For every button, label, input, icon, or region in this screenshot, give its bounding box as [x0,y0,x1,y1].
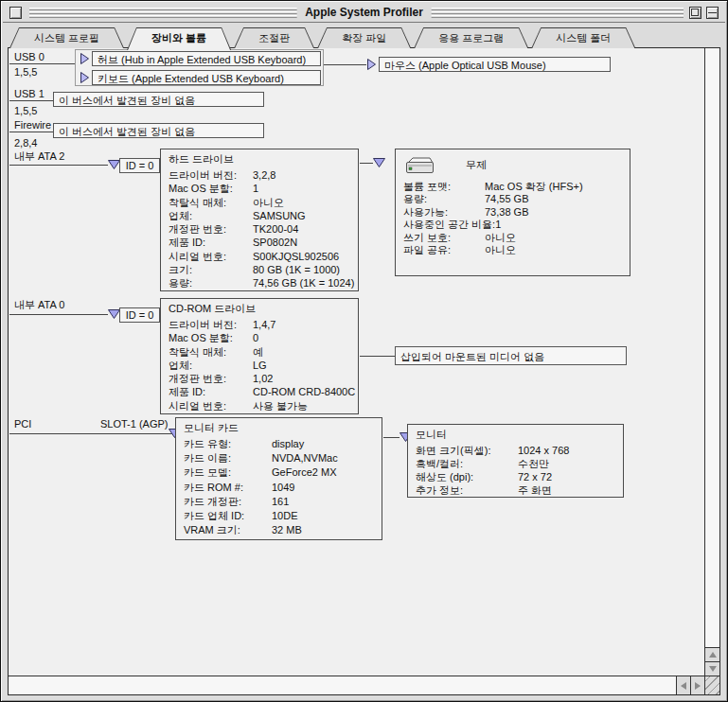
close-box-icon[interactable] [9,7,22,19]
info-row: 카드 이름:NVDA,NVMac [176,451,382,465]
scroll-right-icon [695,682,701,690]
connector-line [360,163,373,164]
tab-extensions[interactable]: 확장 파일 [317,27,411,48]
tab-bar: 시스템 프로필 장비와 볼륨 조절판 확장 파일 응용 프로그램 시스템 폴더 [9,27,635,48]
bus-label-ata2: 내부 ATA 2 [14,149,64,164]
monitor-card-panel: 모니터 카드 카드 유형:display 카드 이름:NVDA,NVMac 카드… [175,417,382,540]
bus-version-usb0: 1,5,5 [14,66,37,78]
connector-line [9,314,108,315]
tab-system-folders[interactable]: 시스템 폴더 [531,27,635,48]
info-row: 카드 업체 ID:10DE [176,509,382,523]
collapse-box-icon[interactable] [706,7,719,19]
resize-grip-icon[interactable] [704,676,719,694]
bus-version-firewire: 2,8,4 [14,137,37,149]
info-row: 사용가능:73,38 GB [396,206,630,219]
vertical-scrollbar[interactable] [704,48,719,676]
disclosure-triangle-icon[interactable] [373,158,385,167]
tab-control-panels[interactable]: 조절판 [234,27,314,48]
device-box-mouse: 마우스 (Apple Optical USB Mouse) [379,57,611,72]
bus-label-ata0: 내부 ATA 0 [14,298,64,312]
info-row: 착탈식 매체:예 [161,345,358,359]
horizontal-scrollbar[interactable] [9,676,704,694]
connector-line [324,64,366,65]
firewire-empty-box: 이 버스에서 발견된 장비 없음 [53,123,264,138]
tab-applications[interactable]: 응용 프로그램 [414,27,528,48]
info-row: 볼륨 포맷:Mac OS 확장 (HFS+) [396,181,630,193]
info-row: 착탈식 매체:아니오 [161,196,358,209]
info-row: 제품 ID:CD-ROM CRD-8400C [161,385,358,398]
connector-line [9,433,176,434]
ata2-id-box: ID = 0 [119,158,160,173]
expand-arrow-icon[interactable] [367,59,376,70]
apple-system-profiler-window: Apple System Profiler 시스템 프로필 장비와 볼륨 조절판… [0,0,728,702]
volume-panel: 무제 볼륨 포맷:Mac OS 확장 (HFS+) 용량:74,55 GB 사용… [395,149,630,276]
connector-line [9,100,53,101]
info-row: 용량:74,55 GB [396,193,630,205]
panel-title: 모니터 [408,425,623,444]
connector-line [383,437,400,438]
bus-label-usb0: USB 0 [14,51,44,62]
monitor-panel: 모니터 화면 크기(픽셀):1024 x 768 흑백/컬러:수천만 해상도 (… [407,424,624,498]
tab-panel-frame: USB 0 1,5,5 허브 (Hub in Apple Extended US… [8,47,720,695]
tab-devices-and-volumes[interactable]: 장비와 볼륨 [127,27,231,50]
device-box-keyboard: 키보드 (Apple Extended USB Keyboard) [92,70,321,85]
info-row: 추가 정보:주 화면 [408,483,623,497]
scroll-up-icon [709,652,717,658]
tab-label: 장비와 볼륨 [127,27,231,45]
info-row: VRAM 크기:32 MB [176,523,382,537]
title-bar[interactable]: Apple System Profiler [3,3,725,23]
info-row: 카드 개정판:161 [176,495,382,509]
zoom-box-icon[interactable] [689,7,701,19]
usb1-empty-box: 이 버스에서 발견된 장비 없음 [53,92,264,107]
tab-label: 시스템 폴더 [531,27,635,45]
info-row: 용량:74,56 GB (1K = 1024) [161,276,358,290]
scroll-left-button[interactable] [676,676,690,694]
scroll-down-button[interactable] [705,661,719,676]
tab-label: 조절판 [234,27,314,45]
info-row: 해상도 (dpi):72 x 72 [408,470,623,483]
info-row: 카드 유형:display [176,437,382,451]
info-row: 드라이버 버전:1,4,7 [161,318,358,331]
scroll-right-button[interactable] [690,676,704,694]
info-row: 드라이버 버전:3,2,8 [161,168,358,182]
tab-label: 시스템 프로필 [9,27,124,45]
window-title: Apple System Profiler [296,6,432,19]
cdrom-panel: CD-ROM 드라이브 드라이버 버전:1,4,7 Mac OS 분할:0 착탈… [160,298,359,414]
ata0-id-box: ID = 0 [119,307,160,323]
devices-and-volumes-content: USB 0 1,5,5 허브 (Hub in Apple Extended US… [9,48,704,676]
bus-label-usb1: USB 1 [14,88,44,99]
info-row: 제품 ID:SP0802N [161,236,358,249]
scroll-left-icon [681,682,686,690]
info-row: 시리얼 번호:사용 불가능 [161,399,358,412]
connector-line [360,356,396,357]
info-row: 크기:80 GB (1K = 1000) [161,263,358,276]
tab-label: 확장 파일 [317,27,411,45]
connector-line [9,63,75,64]
connector-line [9,165,108,166]
info-row: 개정판 번호:1,02 [161,372,358,385]
panel-title: 하드 드라이브 [161,149,358,168]
info-row: 업체:LG [161,359,358,372]
info-row: 개정판 번호:TK200-04 [161,222,358,236]
connector-line [9,132,53,132]
info-row: Mac OS 분할:0 [161,331,358,344]
expand-arrow-icon[interactable] [80,53,89,64]
pci-slot-label: SLOT-1 (AGP) [100,418,169,430]
tab-label: 응용 프로그램 [414,27,528,45]
info-row: 시리얼 번호:S00KJQSL902506 [161,250,358,263]
scroll-down-icon [709,666,717,672]
scroll-up-button[interactable] [705,647,719,661]
info-row: 쓰기 보호:아니오 [396,232,630,244]
expand-arrow-icon[interactable] [80,72,89,83]
panel-title: 모니터 카드 [176,418,382,437]
tab-system-profile[interactable]: 시스템 프로필 [9,27,124,48]
info-row: 카드 ROM #:1049 [176,481,382,495]
hard-disk-icon [403,156,435,177]
info-row: 업체:SAMSUNG [161,209,358,222]
info-row: Mac OS 분할:1 [161,182,358,195]
info-row: 사용중인 공간 비율:1 [396,219,630,231]
bus-label-firewire: Firewire [14,119,51,131]
panel-title: CD-ROM 드라이브 [161,299,358,318]
hard-drive-panel: 하드 드라이브 드라이버 버전:3,2,8 Mac OS 분할:1 착탈식 매체… [160,149,359,291]
device-box-hub: 허브 (Hub in Apple Extended USB Keyboard) [92,51,321,66]
